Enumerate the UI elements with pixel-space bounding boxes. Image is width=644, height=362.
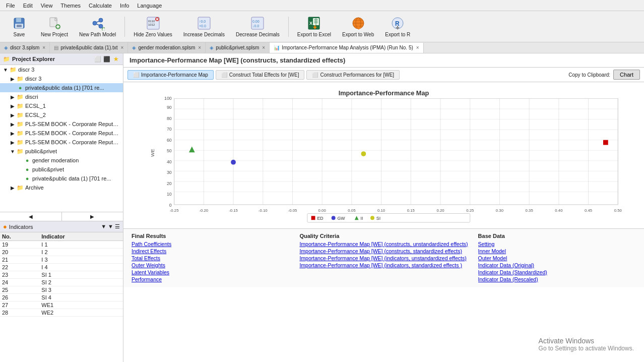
tree-plssem3[interactable]: ▶ 📁 PLS-SEM BOOK - Corporate Reputati... bbox=[0, 138, 123, 147]
indicator-row[interactable]: 27WE1 bbox=[0, 301, 123, 309]
export-excel-button[interactable]: X Export to Excel bbox=[293, 14, 336, 40]
tree-gendermod[interactable]: ● gender moderation bbox=[0, 156, 123, 165]
tree-toggle-discr3c[interactable]: ▶ bbox=[9, 76, 16, 82]
svg-text:0.00: 0.00 bbox=[318, 208, 327, 213]
tab-privatedata[interactable]: ▤ private&public data (1).txt × bbox=[50, 42, 128, 53]
chart-button[interactable]: Chart bbox=[613, 70, 640, 80]
tree-toggle-ecsl2[interactable]: ▶ bbox=[9, 112, 16, 118]
tree-discr3-root[interactable]: ▼ 📁 discr 3 bbox=[0, 65, 123, 74]
tree-toggle-plssem3[interactable]: ▶ bbox=[9, 140, 16, 145]
tree-plssem1[interactable]: ▶ 📁 PLS-SEM BOOK - Corporate Reputati... bbox=[0, 119, 123, 129]
decrease-decimals-button[interactable]: 0.00 ↓0.0 Decrease Decimals bbox=[231, 14, 284, 40]
new-path-model-button[interactable]: New Path Model bbox=[75, 14, 120, 40]
link-total-effects[interactable]: Total Effects bbox=[132, 255, 289, 261]
tree-toggle-ecsl1[interactable]: ▶ bbox=[9, 103, 16, 109]
menu-file[interactable]: File bbox=[2, 2, 19, 10]
save-button[interactable]: Save bbox=[4, 14, 34, 40]
tab-gendermod-close[interactable]: × bbox=[198, 45, 201, 50]
link-path-coefficients[interactable]: Path Coefficients bbox=[132, 241, 289, 247]
indicator-row[interactable]: 21I 3 bbox=[0, 256, 123, 264]
export-r-label: Export to R bbox=[385, 32, 410, 37]
tree-toggle-arch[interactable]: ▶ bbox=[9, 185, 16, 191]
link-setting[interactable]: Setting bbox=[478, 241, 636, 247]
link-ipma-constructs-unstd[interactable]: Importance-Performance Map [WE] (constru… bbox=[299, 241, 468, 247]
tree-plssem2[interactable]: ▶ 📁 PLS-SEM BOOK - Corporate Reputati... bbox=[0, 129, 123, 138]
tab-gendermod[interactable]: ◈ gender moderation.splsm × bbox=[128, 42, 206, 53]
tree-toggle-discr3[interactable]: ▼ bbox=[2, 67, 9, 73]
link-indicator-original[interactable]: Indicator Data (Original) bbox=[478, 262, 636, 268]
link-indicator-std[interactable]: Indicator Data (Standardized) bbox=[478, 269, 636, 275]
tab-publicprivet[interactable]: ◈ public&privet.splsm × bbox=[206, 42, 270, 53]
tree-toggle-plssem1[interactable]: ▶ bbox=[9, 122, 16, 127]
increase-decimals-button[interactable]: ↑0.0 +0.0 Increase Decimals bbox=[179, 14, 229, 40]
tab-discr3[interactable]: ◈ discr 3.splsm × bbox=[0, 42, 50, 53]
menu-themes[interactable]: Themes bbox=[56, 2, 85, 10]
tree-label-discr3c: discr 3 bbox=[25, 76, 41, 82]
sidebar-btn1[interactable]: ⬜ bbox=[94, 55, 102, 63]
hide-zero-values-button[interactable]: 0110 1012 Hide Zero Values bbox=[129, 14, 177, 40]
link-ipma-constructs-std[interactable]: Importance-Performance Map [WE] (constru… bbox=[299, 248, 468, 254]
indicator-row[interactable]: 24SI 2 bbox=[0, 279, 123, 286]
tree-privatedata[interactable]: ● private&public data (1) [701 re... bbox=[0, 83, 123, 92]
indicator-row[interactable]: 28WE2 bbox=[0, 309, 123, 317]
indicator-row[interactable]: 25SI 3 bbox=[0, 286, 123, 294]
tab-privatedata-icon: ▤ bbox=[54, 45, 58, 50]
tree-discri[interactable]: ▶ 📁 discri bbox=[0, 92, 123, 101]
link-indicator-rescaled[interactable]: Indicator Data (Rescaled) bbox=[478, 276, 636, 282]
menu-edit[interactable]: Edit bbox=[19, 2, 37, 10]
svg-point-12 bbox=[99, 24, 103, 28]
link-latent-variables[interactable]: Latent Variables bbox=[132, 269, 289, 275]
link-performance[interactable]: Performance bbox=[132, 276, 289, 282]
link-indirect-effects[interactable]: Indirect Effects bbox=[132, 248, 289, 254]
ipma-tab-performances[interactable]: ⬜ Construct Performances for [WE] bbox=[306, 70, 400, 80]
tree-toggle-plssem2[interactable]: ▶ bbox=[9, 131, 16, 136]
indicator-row[interactable]: 26SI 4 bbox=[0, 294, 123, 301]
tab-publicprivet-close[interactable]: × bbox=[262, 45, 265, 50]
tab-privatedata-close[interactable]: × bbox=[121, 45, 124, 50]
menu-calculate[interactable]: Calculate bbox=[85, 2, 116, 10]
tree-ecsl1[interactable]: ▶ 📁 ECSL_1 bbox=[0, 101, 123, 110]
sidebar-scroll-left[interactable]: ◀ bbox=[0, 212, 62, 221]
new-project-button[interactable]: New Project bbox=[36, 14, 73, 40]
toolbar: Save New Project bbox=[0, 11, 644, 42]
link-inner-model[interactable]: Inner Model bbox=[478, 248, 636, 254]
tree-archive[interactable]: ▶ 📁 Archive bbox=[0, 183, 123, 192]
indicators-filter3[interactable]: ☰ bbox=[115, 223, 120, 230]
tree-publicprivet-folder[interactable]: ▼ 📁 public&privet bbox=[0, 147, 123, 156]
tree-toggle-pp[interactable]: ▼ bbox=[9, 149, 16, 154]
menu-language[interactable]: Language bbox=[133, 2, 166, 10]
indicator-row[interactable]: 22I 4 bbox=[0, 264, 123, 271]
tree-privatedata2[interactable]: ● private&public data (1) [701 re... bbox=[0, 174, 123, 183]
indicator-row[interactable]: 23SI 1 bbox=[0, 271, 123, 279]
tab-ipma-close[interactable]: × bbox=[416, 45, 419, 50]
tab-bar: ◈ discr 3.splsm × ▤ private&public data … bbox=[0, 42, 644, 53]
menu-view[interactable]: View bbox=[37, 2, 57, 10]
increase-decimals-icon: ↑0.0 +0.0 bbox=[197, 16, 211, 30]
ipma-tabs: ⬜ Importance-Performance Map ⬜ Construct… bbox=[123, 68, 644, 82]
tree-ecsl2[interactable]: ▶ 📁 ECSL_2 bbox=[0, 110, 123, 119]
sidebar-scroll-right[interactable]: ▶ bbox=[62, 212, 123, 221]
sidebar-btn2[interactable]: ⬛ bbox=[103, 55, 111, 63]
tab-ipma-label: Importance-Performance Map Analysis (IPM… bbox=[282, 45, 413, 50]
ipma-tab-map[interactable]: ⬜ Importance-Performance Map bbox=[127, 70, 214, 80]
tab-discr3-close[interactable]: × bbox=[42, 45, 45, 50]
tree-label-plssem2: PLS-SEM BOOK - Corporate Reputati... bbox=[25, 130, 121, 136]
indicator-row[interactable]: 19I 1 bbox=[0, 241, 123, 249]
export-web-button[interactable]: Export to Web bbox=[338, 14, 378, 40]
ipma-tab-total[interactable]: ⬜ Construct Total Effects for [WE] bbox=[216, 70, 305, 80]
indicator-row[interactable]: 20I 2 bbox=[0, 249, 123, 256]
link-outer-model[interactable]: Outer Model bbox=[478, 255, 636, 261]
indicators-filter2[interactable]: ▼ bbox=[108, 223, 113, 230]
link-ipma-indicators-unstd[interactable]: Importance-Performance Map [WE] (indicat… bbox=[299, 255, 468, 261]
tab-ipma[interactable]: 📊 Importance-Performance Map Analysis (I… bbox=[270, 43, 424, 53]
tree-toggle-discri[interactable]: ▶ bbox=[9, 94, 16, 100]
tree-discr3-child[interactable]: ▶ 📁 discr 3 bbox=[0, 74, 123, 83]
export-r-button[interactable]: R Export to R bbox=[380, 14, 415, 40]
menu-info[interactable]: Info bbox=[116, 2, 133, 10]
svg-text:-0.20: -0.20 bbox=[199, 208, 208, 213]
link-ipma-indicators-std[interactable]: Importance-Performance Map [WE] (indicat… bbox=[299, 262, 468, 268]
indicators-filter1[interactable]: ▼ bbox=[101, 223, 106, 230]
link-outer-weights[interactable]: Outer Weights bbox=[132, 262, 289, 268]
sidebar-star[interactable]: ★ bbox=[112, 55, 120, 63]
tree-publicprivet-item[interactable]: ● public&privet bbox=[0, 165, 123, 174]
